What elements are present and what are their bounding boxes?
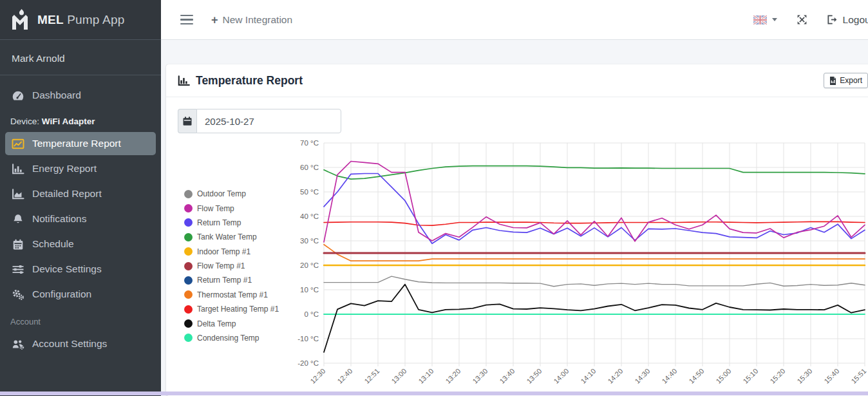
report-card-body: Outdoor TempFlow TempReturn TempTank Wat…: [166, 97, 868, 393]
brand[interactable]: MEL Pump App: [0, 0, 161, 40]
date-input[interactable]: [196, 109, 341, 133]
sidebar-item-account-settings[interactable]: Account Settings: [5, 332, 156, 355]
svg-text:13:20: 13:20: [444, 367, 462, 385]
sidebar-item-label: Schedule: [32, 238, 74, 250]
mel-flame-logo-icon: [10, 9, 30, 31]
svg-text:30 °C: 30 °C: [300, 237, 319, 245]
report-card-header: Temperature Report Export: [166, 64, 868, 97]
legend-color-dot: [184, 290, 193, 299]
legend-item[interactable]: Indoor Temp #1: [184, 244, 288, 258]
sidebar-item-notifications[interactable]: Notifications: [5, 207, 156, 231]
legend-label: Delta Temp: [197, 319, 236, 328]
svg-text:13:10: 13:10: [417, 367, 435, 385]
app-root: MEL Pump App Mark Arnold Dashboard Devic…: [0, 0, 868, 396]
svg-text:0 °C: 0 °C: [305, 310, 319, 318]
legend-label: Tank Water Temp: [197, 232, 257, 241]
svg-text:40 °C: 40 °C: [300, 212, 319, 220]
calendar-addon[interactable]: [178, 109, 196, 133]
sidebar-item-detailed-report[interactable]: Detailed Report: [5, 182, 156, 205]
legend-color-dot: [184, 190, 193, 198]
file-export-icon: [829, 77, 836, 85]
legend-item[interactable]: Condensing Temp: [184, 331, 288, 345]
device-name: WiFi Adapter: [42, 117, 95, 126]
export-button[interactable]: Export: [824, 73, 868, 88]
svg-text:14:00: 14:00: [552, 367, 570, 385]
legend-item[interactable]: Outdoor Temp: [184, 187, 288, 201]
svg-text:12:30: 12:30: [308, 367, 326, 385]
users-gear-icon: [12, 339, 24, 350]
calendar-icon: [182, 116, 193, 126]
sidebar-item-schedule[interactable]: Schedule: [5, 232, 156, 256]
svg-text:12:40: 12:40: [335, 367, 354, 385]
sidebar-item-configuration[interactable]: Configuration: [5, 283, 156, 306]
report-title: Temperature Report: [178, 74, 303, 88]
language-selector[interactable]: [753, 15, 777, 24]
chart-line-icon: [12, 138, 24, 149]
legend-color-dot: [184, 247, 193, 256]
svg-text:-10 °C: -10 °C: [297, 335, 319, 343]
sidebar-device-header: Device: WiFi Adapter: [5, 109, 156, 130]
legend-item[interactable]: Delta Temp: [184, 316, 288, 330]
sliders-icon: [12, 264, 24, 275]
sidebar-item-label: Configuration: [32, 288, 91, 300]
sidebar-item-temperature-report[interactable]: Temperature Report: [5, 132, 156, 155]
svg-text:14:10: 14:10: [579, 367, 597, 385]
main-area: + New Integration: [161, 0, 868, 396]
hamburger-menu-icon[interactable]: [180, 12, 193, 28]
user-panel: Mark Arnold: [0, 40, 161, 75]
chart-area-icon: [12, 189, 24, 200]
user-name[interactable]: Mark Arnold: [12, 53, 65, 64]
new-integration-button[interactable]: + New Integration: [211, 14, 292, 26]
sidebar: MEL Pump App Mark Arnold Dashboard Devic…: [0, 0, 161, 396]
brand-text: MEL Pump App: [37, 13, 124, 27]
svg-text:50 °C: 50 °C: [300, 188, 319, 196]
legend-label: Condensing Temp: [197, 334, 259, 343]
svg-text:15:30: 15:30: [795, 367, 813, 385]
svg-text:70 °C: 70 °C: [300, 139, 319, 147]
sidebar-item-label: Temperature Report: [32, 138, 121, 149]
sidebar-item-energy-report[interactable]: Energy Report: [5, 157, 156, 180]
sign-out-icon: [827, 15, 838, 24]
legend-label: Target Heating Temp #1: [197, 305, 279, 314]
legend-item[interactable]: Return Temp: [184, 216, 288, 230]
svg-text:15:40: 15:40: [822, 367, 840, 385]
cogs-icon: [12, 289, 24, 300]
legend-item[interactable]: Flow Temp #1: [184, 259, 288, 273]
legend-item[interactable]: Return Temp #1: [184, 273, 288, 287]
svg-text:15:20: 15:20: [768, 367, 786, 385]
legend-color-dot: [184, 233, 193, 241]
svg-text:14:40: 14:40: [660, 367, 678, 385]
bottom-scroll-bar[interactable]: [0, 391, 868, 395]
legend-label: Flow Temp: [197, 204, 234, 213]
sidebar-item-label: Energy Report: [32, 163, 97, 174]
legend-item[interactable]: Tank Water Temp: [184, 230, 288, 244]
bell-icon: [12, 214, 24, 225]
plus-icon: +: [211, 14, 218, 26]
legend-color-dot: [184, 319, 193, 328]
legend-color-dot: [184, 218, 193, 227]
brand-bold: MEL: [37, 13, 64, 26]
navbar-right: Logout: [753, 14, 868, 26]
fullscreen-button[interactable]: [797, 14, 807, 25]
logout-button[interactable]: Logout: [827, 14, 868, 26]
svg-text:13:00: 13:00: [390, 367, 408, 385]
expand-arrows-icon: [797, 14, 807, 25]
temperature-chart-plot: -20 °C-10 °C0 °C10 °C20 °C30 °C40 °C50 °…: [288, 138, 868, 391]
svg-text:14:30: 14:30: [633, 367, 651, 385]
legend-item[interactable]: Flow Temp: [184, 201, 288, 215]
calendar-icon: [12, 239, 24, 250]
legend-item[interactable]: Target Heating Temp #1: [184, 302, 288, 316]
legend-label: Thermostat Temp #1: [197, 290, 268, 299]
svg-text:14:50: 14:50: [687, 367, 705, 385]
sidebar-account-header: Account: [5, 308, 156, 330]
svg-text:13:50: 13:50: [525, 367, 543, 385]
sidebar-item-dashboard[interactable]: Dashboard: [5, 84, 156, 107]
sidebar-item-device-settings[interactable]: Device Settings: [5, 258, 156, 281]
svg-text:13:30: 13:30: [471, 367, 489, 385]
svg-text:15:10: 15:10: [741, 367, 759, 385]
legend-item[interactable]: Thermostat Temp #1: [184, 288, 288, 302]
legend-label: Return Temp: [197, 218, 241, 227]
sidebar-item-label: Account Settings: [32, 338, 107, 350]
sidebar-item-label: Detailed Report: [32, 188, 102, 200]
sidebar-item-label: Notifications: [32, 213, 86, 225]
